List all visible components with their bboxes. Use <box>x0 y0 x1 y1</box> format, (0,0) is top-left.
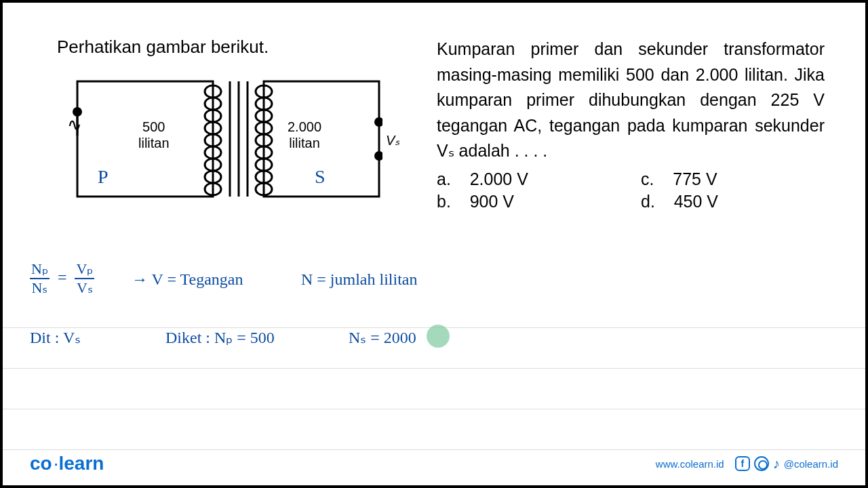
instagram-icon <box>754 456 769 471</box>
brand-logo: co∙learn <box>30 453 104 474</box>
left-column: Perhatikan gambar berikut. ∿ <box>57 37 410 211</box>
tiktok-icon: ♪ <box>773 456 780 472</box>
svg-point-26 <box>374 117 382 127</box>
facebook-icon: f <box>735 456 750 471</box>
secondary-annotation: S <box>315 166 326 188</box>
svg-text:∿: ∿ <box>67 115 82 135</box>
ns-value: Nₛ = 2000 <box>349 328 416 347</box>
footer: co∙learn www.colearn.id f ♪ @colearn.id <box>30 453 838 474</box>
secondary-coil-label: 2.000lilitan <box>288 119 321 151</box>
output-voltage-label: Vₛ <box>386 132 399 148</box>
primary-annotation: P <box>98 166 108 188</box>
notebook-rules <box>3 287 865 450</box>
social-links: f ♪ @colearn.id <box>735 456 838 472</box>
transformer-diagram: ∿ <box>57 71 382 207</box>
website-url: www.colearn.id <box>656 458 724 470</box>
answer-options: a. 2.000 V c. 775 V b. 900 V d. 450 V <box>437 169 825 211</box>
question-text: Kumparan primer dan sekunder transformat… <box>437 37 825 164</box>
main-content: Perhatikan gambar berikut. ∿ <box>3 3 865 211</box>
option-d: d. 450 V <box>641 192 825 211</box>
svg-point-27 <box>374 151 382 161</box>
touch-cursor <box>427 325 450 348</box>
dit-line: Dit : Vₛ <box>30 328 81 347</box>
primary-coil-label: 500lilitan <box>138 119 170 151</box>
option-b: b. 900 V <box>437 192 620 211</box>
tegangan-note: → V = Tegangan <box>132 270 243 289</box>
formula-fraction: NₚNₛ = VₚVₛ <box>30 260 94 297</box>
option-c: c. 775 V <box>641 169 825 189</box>
right-column: Kumparan primer dan sekunder transformat… <box>437 37 825 211</box>
option-a: a. 2.000 V <box>437 169 620 189</box>
instruction-text: Perhatikan gambar berikut. <box>57 37 410 58</box>
social-handle: @colearn.id <box>784 458 838 470</box>
footer-right: www.colearn.id f ♪ @colearn.id <box>656 456 838 472</box>
lilitan-note: N = jumlah lilitan <box>301 270 418 289</box>
diket-line: Diket : Nₚ = 500 <box>165 328 275 347</box>
